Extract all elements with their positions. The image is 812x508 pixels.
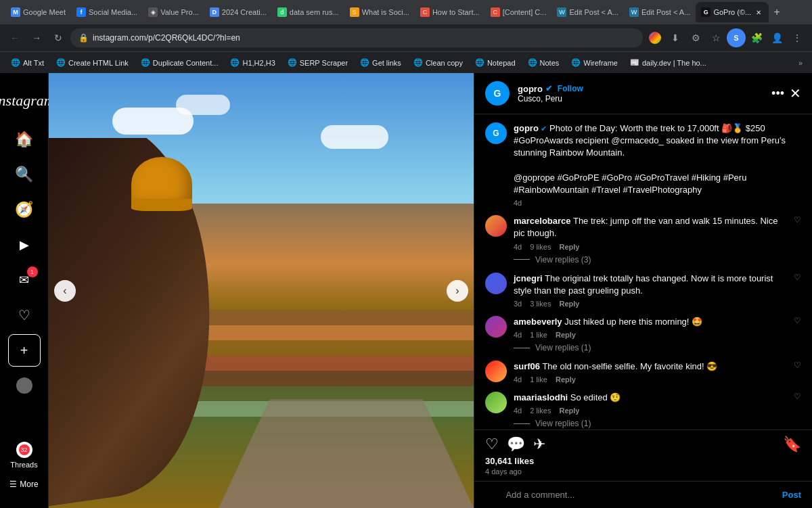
menu-icon[interactable]: ⋮ xyxy=(788,28,807,47)
sidebar-item-notifications[interactable]: ♡ xyxy=(8,299,41,331)
comment-input[interactable] xyxy=(505,490,775,500)
cloud-2 xyxy=(176,95,230,115)
instagram-right-panel: G gopro ✔ Follow Cusco, Peru ••• ✕ G gop… xyxy=(474,73,812,508)
tab-edit-post-2[interactable]: W Edit Post < A... xyxy=(624,2,696,22)
tab-label: Value Pro... xyxy=(160,8,199,16)
comment-likes-4: 1 like xyxy=(530,375,547,384)
comment-likes-5: 2 likes xyxy=(530,407,551,415)
prev-photo-button[interactable]: ‹ xyxy=(54,280,76,302)
comment-username-1[interactable]: marcelobarce xyxy=(514,216,571,226)
comment-username-5[interactable]: maariaslodhi xyxy=(514,392,568,402)
profile-icon[interactable]: 👤 xyxy=(767,28,786,47)
comment-username-2[interactable]: jcnegri xyxy=(514,273,543,283)
tab-social-media[interactable]: f Social Media... xyxy=(71,2,143,22)
comment-reply-2[interactable]: Reply xyxy=(559,300,579,308)
tab-how-to[interactable]: C How to Start... xyxy=(415,2,485,22)
nav-bar: ← → ↻ 🔒 instagram.com/p/C2QR6QkL4DC/?hl=… xyxy=(0,24,812,51)
view-replies-line-5 xyxy=(514,423,530,424)
extensions-puzzle[interactable]: 🧩 xyxy=(747,28,766,47)
bookmark-wireframe[interactable]: 🌐 Wireframe xyxy=(566,57,623,69)
url-bar[interactable]: 🔒 instagram.com/p/C2QR6QkL4DC/?hl=en xyxy=(70,28,643,47)
bookmark-notepad[interactable]: 🌐 Notepad xyxy=(470,57,521,69)
follow-button[interactable]: Follow xyxy=(558,84,583,93)
bookmark-favicon: 🌐 xyxy=(571,58,581,68)
view-replies-5[interactable]: View replies (1) xyxy=(514,419,787,428)
sidebar-item-threads[interactable]: @ 32 Threads xyxy=(4,436,43,474)
comment-username-4[interactable]: surf06 xyxy=(514,361,540,371)
tab-favicon: W xyxy=(629,7,639,17)
tab-label: data sem rus... xyxy=(290,8,339,16)
semrush-icon[interactable]: S xyxy=(727,28,746,47)
google-logo: G xyxy=(649,32,661,44)
share-button[interactable]: ✈ xyxy=(533,436,545,453)
comment-heart-5[interactable]: ♡ xyxy=(794,392,801,401)
comment-button[interactable]: 💬 xyxy=(507,436,525,453)
sidebar-item-create[interactable]: + xyxy=(8,334,41,367)
sidebar-item-messages[interactable]: ✉ 1 xyxy=(8,264,41,296)
bookmark-clean-copy[interactable]: 🌐 Clean copy xyxy=(408,57,468,69)
view-replies-line-3 xyxy=(514,348,530,348)
comment-heart-3[interactable]: ♡ xyxy=(794,316,801,325)
comment-username-3[interactable]: amebeverly xyxy=(514,317,562,327)
comment-heart-4[interactable]: ♡ xyxy=(794,361,801,370)
beanie-hat xyxy=(131,157,192,211)
sidebar-item-home[interactable]: 🏠 xyxy=(8,123,41,156)
forward-button[interactable]: → xyxy=(27,28,46,47)
comment-reply-3[interactable]: Reply xyxy=(556,331,576,339)
bookmark-notes[interactable]: 🌐 Notes xyxy=(522,57,565,69)
comment-reply-5[interactable]: Reply xyxy=(559,407,579,415)
comment-heart-2[interactable]: ♡ xyxy=(794,273,801,282)
close-post-button[interactable]: ✕ xyxy=(790,85,801,101)
bookmark-create-html[interactable]: 🌐 Create HTML Link xyxy=(51,57,134,69)
sidebar-item-explore[interactable]: 🧭 xyxy=(8,193,41,226)
extension-icon-1[interactable]: ⚙ xyxy=(686,28,705,47)
google-icon[interactable]: G xyxy=(646,28,664,47)
tab-2024-creative[interactable]: D 2024 Creati... xyxy=(204,2,272,22)
sidebar-item-search[interactable]: 🔍 xyxy=(8,158,41,191)
view-replies-1[interactable]: View replies (3) xyxy=(514,255,787,264)
tab-edit-post-1[interactable]: W Edit Post < A... xyxy=(551,2,623,22)
tab-data-sem[interactable]: d data sem rus... xyxy=(272,2,344,22)
bookmark-daily-dev[interactable]: 📰 daily.dev | The ho... xyxy=(625,57,712,69)
sidebar-item-more[interactable]: ☰ More xyxy=(4,474,43,494)
comment-heart-1[interactable]: ♡ xyxy=(794,215,801,225)
tab-content[interactable]: C [Content] C... xyxy=(485,2,552,22)
bookmark-serp-scraper[interactable]: 🌐 SERP Scraper xyxy=(282,57,353,69)
view-replies-3[interactable]: View replies (1) xyxy=(514,343,787,352)
emoji-picker-button[interactable]: ☺ xyxy=(485,487,499,503)
post-author-username[interactable]: gopro ✔ Follow xyxy=(518,84,771,94)
comment-reply-4[interactable]: Reply xyxy=(556,375,576,384)
tab-what-is[interactable]: S What is Soci... xyxy=(344,2,415,22)
comments-section: G gopro ✔ Photo of the Day: Worth the tr… xyxy=(474,114,812,430)
comment-meta-5: 4d 2 likes Reply xyxy=(514,407,787,415)
tab-google-meet[interactable]: M Google Meet xyxy=(5,2,71,22)
tab-label: How to Start... xyxy=(432,8,480,16)
refresh-button[interactable]: ↻ xyxy=(49,28,68,47)
tab-close-icon[interactable]: ✕ xyxy=(754,7,763,17)
bookmarks-more-button[interactable]: » xyxy=(794,57,807,68)
sidebar-item-profile[interactable] xyxy=(8,369,41,402)
nav-explore-group: 🧭 xyxy=(0,193,48,226)
comment-reply-1[interactable]: Reply xyxy=(559,243,579,251)
new-tab-button[interactable]: + xyxy=(769,4,785,20)
bookmark-get-links[interactable]: 🌐 Get links xyxy=(355,57,407,69)
caption-username[interactable]: gopro xyxy=(514,123,539,133)
bookmark-alt-txt[interactable]: 🌐 Alt Txt xyxy=(5,57,49,69)
browser-chrome: M Google Meet f Social Media... ◈ Value … xyxy=(0,0,812,73)
tab-gopro-active[interactable]: G GoPro (©... ✕ xyxy=(696,2,769,22)
star-icon[interactable]: ☆ xyxy=(706,28,725,47)
bookmark-favicon: 📰 xyxy=(630,58,639,68)
post-more-button[interactable]: ••• xyxy=(771,87,784,101)
back-button[interactable]: ← xyxy=(5,28,24,47)
next-photo-button[interactable]: › xyxy=(447,280,468,302)
post-comment-button[interactable]: Post xyxy=(782,490,801,500)
comment-avatar-4 xyxy=(485,361,507,382)
download-icon[interactable]: ⬇ xyxy=(666,28,685,47)
like-button[interactable]: ♡ xyxy=(485,436,499,453)
bookmark-h1h2h3[interactable]: 🌐 H1,H2,H3 xyxy=(225,57,280,69)
sidebar-item-reels[interactable]: ▶ xyxy=(8,229,41,261)
bookmark-button[interactable]: 🔖 xyxy=(783,436,801,453)
caption-content: gopro ✔ Photo of the Day: Worth the trek… xyxy=(514,122,801,207)
tab-value-pro[interactable]: ◈ Value Pro... xyxy=(143,2,204,22)
bookmark-duplicate-content[interactable]: 🌐 Duplicate Content... xyxy=(135,57,224,69)
